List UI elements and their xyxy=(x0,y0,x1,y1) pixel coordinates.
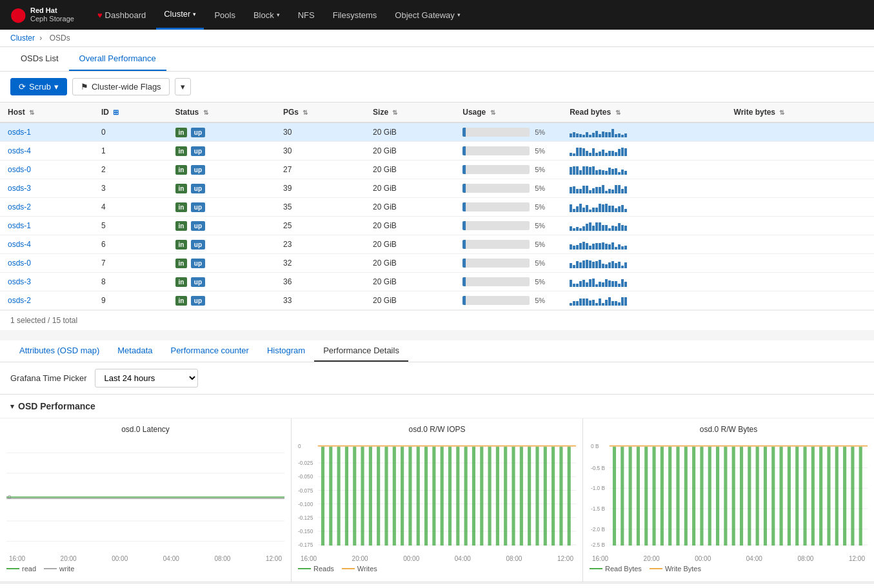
scrub-button[interactable]: ⟳ Scrub ▾ xyxy=(10,78,67,95)
nav-pools[interactable]: Pools xyxy=(206,1,243,29)
col-status[interactable]: Status ⇅ xyxy=(168,103,275,122)
subtab-metadata[interactable]: Metadata xyxy=(108,340,161,362)
svg-text:-1.0 B: -1.0 B xyxy=(591,485,605,491)
svg-rect-30 xyxy=(353,447,356,546)
cell-id: 7 xyxy=(94,254,168,273)
svg-rect-37 xyxy=(408,447,412,546)
flag-icon: ⚑ xyxy=(81,82,88,92)
cell-usage: 5% xyxy=(455,198,562,217)
subtab-histogram[interactable]: Histogram xyxy=(258,340,314,362)
svg-text:0: 0 xyxy=(8,494,11,500)
svg-text:-0.075: -0.075 xyxy=(298,487,313,493)
svg-rect-101 xyxy=(843,447,846,546)
subtab-perf-counter[interactable]: Performance counter xyxy=(161,340,257,362)
svg-rect-56 xyxy=(559,447,562,546)
svg-text:-0.175: -0.175 xyxy=(298,542,313,548)
iops-chart-title: osd.0 R/W IOPS xyxy=(298,425,576,434)
osd-perf-header[interactable]: ▾ OSD Performance xyxy=(0,395,874,418)
table-row[interactable]: osds-2 9 in up 33 20 GiB 5% xyxy=(0,291,874,310)
tab-overall-performance[interactable]: Overall Performance xyxy=(69,47,166,71)
svg-text:0: 0 xyxy=(298,443,301,449)
osd-performance-section: ▾ OSD Performance osd.0 Latency xyxy=(0,395,874,582)
nav-object-gateway[interactable]: Object Gateway ▾ xyxy=(387,1,468,29)
cell-write-bytes xyxy=(726,122,874,142)
phys-perf-header[interactable]: ▾ Physical Device Performance xyxy=(0,583,874,588)
col-id[interactable]: ID ⊞ xyxy=(94,103,168,122)
cell-id: 1 xyxy=(94,142,168,161)
table-row[interactable]: osds-3 8 in up 36 20 GiB 5% xyxy=(0,273,874,291)
grafana-select[interactable]: Last 5 minutesLast 15 minutesLast 1 hour… xyxy=(95,369,198,387)
svg-text:-0.025: -0.025 xyxy=(298,460,313,466)
cell-host: osds-3 xyxy=(0,179,94,198)
nav-dashboard[interactable]: ♥ Dashboard xyxy=(90,1,154,29)
table-row[interactable]: osds-3 3 in up 39 20 GiB 5% xyxy=(0,179,874,198)
col-size[interactable]: Size ⇅ xyxy=(365,103,455,122)
svg-rect-99 xyxy=(827,447,830,546)
svg-rect-103 xyxy=(859,447,862,546)
col-host[interactable]: Host ⇅ xyxy=(0,103,94,122)
svg-rect-40 xyxy=(432,447,435,546)
badge-in: in xyxy=(175,296,188,306)
nav-nfs[interactable]: NFS xyxy=(290,1,323,29)
svg-rect-47 xyxy=(488,447,492,546)
cell-host: osds-0 xyxy=(0,161,94,179)
col-read-bytes[interactable]: Read bytes ⇅ xyxy=(562,103,726,122)
id-filter-icon: ⊞ xyxy=(113,108,119,116)
table-row[interactable]: osds-1 0 in up 30 20 GiB 5% xyxy=(0,122,874,142)
svg-rect-57 xyxy=(568,447,571,546)
cell-status: in up xyxy=(168,122,275,142)
cell-read-bytes xyxy=(562,217,726,235)
col-usage[interactable]: Usage ⇅ xyxy=(455,103,562,122)
subtab-perf-details[interactable]: Performance Details xyxy=(314,340,408,362)
read-bytes-color xyxy=(590,568,602,569)
svg-text:-2.5 B: -2.5 B xyxy=(591,542,605,548)
svg-text:0 B: 0 B xyxy=(591,443,599,449)
cell-host: osds-1 xyxy=(0,217,94,235)
cell-size: 20 GiB xyxy=(365,217,455,235)
cluster-wide-flags-button[interactable]: ⚑ Cluster-wide Flags xyxy=(72,78,170,95)
cell-usage: 5% xyxy=(455,179,562,198)
svg-rect-31 xyxy=(361,447,364,546)
col-pgs[interactable]: PGs ⇅ xyxy=(275,103,365,122)
subtab-attributes[interactable]: Attributes (OSD map) xyxy=(10,340,108,362)
cell-pgs: 32 xyxy=(275,254,365,273)
table-row[interactable]: osds-4 1 in up 30 20 GiB 5% xyxy=(0,142,874,161)
cell-id: 5 xyxy=(94,217,168,235)
cell-status: in up xyxy=(168,179,275,198)
legend-writes: Writes xyxy=(342,565,377,573)
table-row[interactable]: osds-1 5 in up 25 20 GiB 5% xyxy=(0,217,874,235)
svg-rect-39 xyxy=(424,447,428,546)
svg-text:-0.150: -0.150 xyxy=(298,528,313,534)
nav-cluster[interactable]: Cluster ▾ xyxy=(156,0,204,30)
svg-rect-53 xyxy=(535,447,539,546)
cell-size: 20 GiB xyxy=(365,273,455,291)
table-row[interactable]: osds-4 6 in up 23 20 GiB 5% xyxy=(0,235,874,254)
cell-pgs: 23 xyxy=(275,235,365,254)
write-bytes-sort-icon: ⇅ xyxy=(779,109,784,116)
brand-redhat: Red Hat xyxy=(30,6,74,15)
cell-read-bytes xyxy=(562,142,726,161)
svg-rect-42 xyxy=(448,447,452,546)
badge-up: up xyxy=(191,128,205,137)
size-sort-icon: ⇅ xyxy=(392,109,397,116)
cell-usage: 5% xyxy=(455,217,562,235)
badge-in: in xyxy=(175,165,188,175)
col-write-bytes[interactable]: Write bytes ⇅ xyxy=(726,103,874,122)
tab-osds-list[interactable]: OSDs List xyxy=(10,47,69,71)
svg-rect-85 xyxy=(716,447,719,546)
table-row[interactable]: osds-0 2 in up 27 20 GiB 5% xyxy=(0,161,874,179)
nav-block[interactable]: Block ▾ xyxy=(246,1,288,29)
usage-sort-icon: ⇅ xyxy=(490,109,495,116)
nav-filesystems[interactable]: Filesystems xyxy=(325,1,385,29)
svg-rect-78 xyxy=(660,447,664,546)
table-row[interactable]: osds-2 4 in up 35 20 GiB 5% xyxy=(0,198,874,217)
more-options-button[interactable]: ▾ xyxy=(175,78,191,95)
table-row[interactable]: osds-0 7 in up 32 20 GiB 5% xyxy=(0,254,874,273)
cell-id: 8 xyxy=(94,273,168,291)
breadcrumb-cluster[interactable]: Cluster xyxy=(10,34,35,43)
cell-size: 20 GiB xyxy=(365,179,455,198)
svg-rect-95 xyxy=(795,447,799,546)
cell-read-bytes xyxy=(562,161,726,179)
cluster-caret-icon: ▾ xyxy=(193,11,196,17)
svg-rect-26 xyxy=(321,447,324,546)
